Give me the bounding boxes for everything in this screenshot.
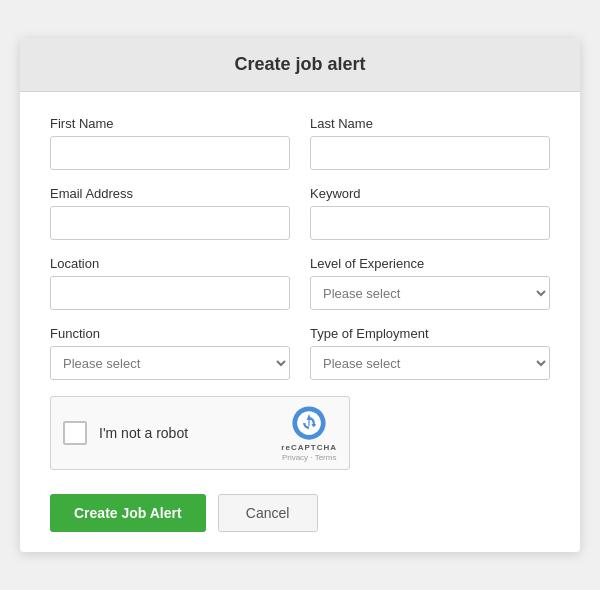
create-job-alert-button[interactable]: Create Job Alert xyxy=(50,494,206,532)
recaptcha-icon xyxy=(290,404,328,442)
function-select[interactable]: Please select xyxy=(50,346,290,380)
first-name-label: First Name xyxy=(50,116,290,131)
employment-select[interactable]: Please select xyxy=(310,346,550,380)
employment-group: Type of Employment Please select xyxy=(310,326,550,380)
name-row: First Name Last Name xyxy=(50,116,550,170)
location-label: Location xyxy=(50,256,290,271)
email-label: Email Address xyxy=(50,186,290,201)
recaptcha-links: Privacy · Terms xyxy=(282,453,337,462)
email-keyword-row: Email Address Keyword xyxy=(50,186,550,240)
captcha-row: I'm not a robot reCAPTCHA Privacy · Term… xyxy=(50,396,550,470)
keyword-label: Keyword xyxy=(310,186,550,201)
location-group: Location xyxy=(50,256,290,310)
recaptcha-brand: reCAPTCHA xyxy=(281,443,337,452)
experience-group: Level of Experience Please select xyxy=(310,256,550,310)
captcha-logo: reCAPTCHA Privacy · Terms xyxy=(281,404,337,462)
email-input[interactable] xyxy=(50,206,290,240)
first-name-input[interactable] xyxy=(50,136,290,170)
footer-buttons: Create Job Alert Cancel xyxy=(50,490,550,532)
captcha-label: I'm not a robot xyxy=(99,425,281,441)
keyword-input[interactable] xyxy=(310,206,550,240)
function-label: Function xyxy=(50,326,290,341)
email-group: Email Address xyxy=(50,186,290,240)
cancel-button[interactable]: Cancel xyxy=(218,494,318,532)
experience-select[interactable]: Please select xyxy=(310,276,550,310)
last-name-group: Last Name xyxy=(310,116,550,170)
captcha-box: I'm not a robot reCAPTCHA Privacy · Term… xyxy=(50,396,350,470)
last-name-label: Last Name xyxy=(310,116,550,131)
employment-label: Type of Employment xyxy=(310,326,550,341)
last-name-input[interactable] xyxy=(310,136,550,170)
first-name-group: First Name xyxy=(50,116,290,170)
keyword-group: Keyword xyxy=(310,186,550,240)
modal-body: First Name Last Name Email Address Keywo… xyxy=(20,92,580,552)
experience-label: Level of Experience xyxy=(310,256,550,271)
location-experience-row: Location Level of Experience Please sele… xyxy=(50,256,550,310)
modal-title: Create job alert xyxy=(40,54,560,75)
create-job-alert-modal: Create job alert First Name Last Name Em… xyxy=(20,38,580,552)
captcha-checkbox[interactable] xyxy=(63,421,87,445)
function-group: Function Please select xyxy=(50,326,290,380)
location-input[interactable] xyxy=(50,276,290,310)
function-employment-row: Function Please select Type of Employmen… xyxy=(50,326,550,380)
modal-header: Create job alert xyxy=(20,38,580,92)
